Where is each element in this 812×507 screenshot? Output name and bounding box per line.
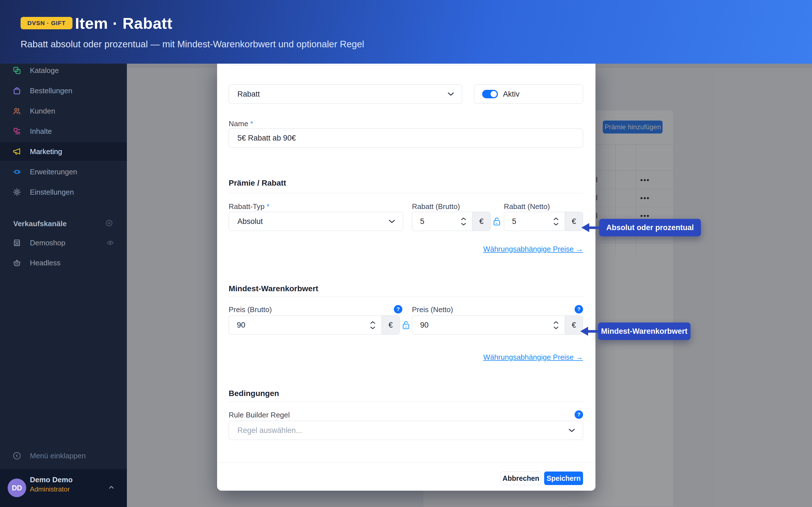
sidebar-item-label: Einstellungen: [30, 188, 74, 196]
typ-select[interactable]: Rabatt: [229, 84, 462, 104]
help-icon[interactable]: ?: [394, 305, 402, 314]
gear-icon: [13, 188, 21, 196]
rabatt-brutto-input[interactable]: 5 €: [412, 212, 491, 231]
chevron-down-icon: [389, 219, 395, 223]
user-role: Administrator: [30, 485, 70, 493]
section-divider: [229, 402, 583, 402]
sidebar-item-label: Headless: [30, 259, 60, 267]
rabatt-netto-input[interactable]: 5 €: [504, 212, 583, 231]
sidebar: Kataloge Bestellungen Kunden Inhalte: [0, 64, 127, 507]
stepper-up-icon: [553, 321, 559, 324]
sidebar-item-label: Demoshop: [30, 238, 65, 247]
collapse-chevron-icon: [13, 452, 21, 460]
rule-builder-label: Rule Builder Regel: [229, 411, 290, 419]
avatar: DD: [8, 478, 26, 497]
section-heading-bedingungen: Bedingungen: [229, 389, 279, 398]
active-toggle-box[interactable]: Aktiv: [474, 84, 583, 104]
rabatt-brutto-value: 5: [420, 217, 424, 226]
preis-netto-value: 90: [420, 321, 428, 330]
sidebar-item-inhalte[interactable]: Inhalte: [0, 122, 127, 140]
name-label: Name *: [229, 119, 253, 128]
sidebar-item-kataloge[interactable]: Kataloge: [0, 61, 127, 80]
stepper-up-icon: [553, 217, 559, 220]
chevron-up-icon[interactable]: [108, 484, 115, 491]
sidebar-item-marketing[interactable]: Marketing: [0, 142, 127, 161]
number-stepper[interactable]: [370, 316, 376, 334]
user-name: Demo Demo: [30, 475, 73, 484]
currency-prices-link[interactable]: Währungsabhängige Preise →: [483, 353, 583, 362]
required-mark: *: [250, 119, 253, 128]
sidebar-item-label: Marketing: [30, 147, 62, 156]
sidebar-item-label: Bestellungen: [30, 87, 72, 95]
collapse-menu-button[interactable]: Menü einklappen: [0, 446, 127, 465]
help-icon[interactable]: ?: [574, 410, 583, 419]
stepper-up-icon: [370, 321, 375, 324]
rule-select[interactable]: Regel auswählen...: [229, 421, 583, 440]
lock-icon[interactable]: [402, 321, 410, 330]
chevron-down-icon: [569, 429, 575, 432]
page-subtitle: Rabatt absolut oder prozentual — mit Min…: [20, 39, 364, 50]
visibility-eye-icon[interactable]: [107, 239, 114, 246]
callout-arrow: [589, 226, 599, 229]
rabatt-netto-label: Rabatt (Netto): [504, 202, 550, 211]
toggle-knob: [491, 91, 497, 97]
add-sales-channel-icon[interactable]: [105, 219, 113, 227]
sidebar-item-label: Kataloge: [30, 66, 59, 75]
cancel-button[interactable]: Abbrechen: [501, 471, 541, 485]
preis-brutto-input[interactable]: 90 €: [229, 316, 400, 335]
active-toggle[interactable]: [482, 90, 498, 98]
sales-channels-heading: Verkaufskanäle: [13, 219, 66, 228]
callout-arrowhead-icon: [581, 223, 589, 232]
callout-discount-type: Absolut oder prozentual: [599, 219, 701, 236]
plug-icon: [13, 168, 21, 176]
currency-suffix: €: [472, 212, 490, 231]
megaphone-icon: [13, 147, 21, 156]
rabatt-typ-value: Absolut: [238, 217, 263, 226]
lock-icon[interactable]: [493, 217, 500, 226]
customers-icon: [13, 107, 21, 115]
user-menu[interactable]: DD Demo Demo Administrator: [0, 469, 127, 507]
catalogues-icon: [13, 66, 21, 75]
callout-arrowhead-icon: [580, 327, 588, 336]
sidebar-item-einstellungen[interactable]: Einstellungen: [0, 183, 127, 202]
save-button[interactable]: Speichern: [544, 471, 583, 485]
stepper-up-icon: [461, 217, 466, 220]
currency-suffix: €: [382, 316, 400, 334]
number-stepper[interactable]: [460, 212, 467, 231]
typ-select-value: Rabatt: [238, 90, 260, 99]
storefront-icon: [13, 238, 21, 247]
rabatt-netto-value: 5: [512, 217, 516, 226]
callout-min-cart: Mindest-Warenkorbwert: [598, 323, 691, 340]
sidebar-item-kunden[interactable]: Kunden: [0, 102, 127, 120]
number-stepper[interactable]: [553, 212, 559, 231]
preis-netto-input[interactable]: 90 €: [412, 316, 583, 335]
name-input[interactable]: 5€ Rabatt ab 90€: [229, 128, 583, 148]
stepper-down-icon: [461, 223, 466, 226]
currency-prices-link[interactable]: Währungsabhängige Preise →: [483, 245, 583, 253]
sidebar-item-demoshop[interactable]: Demoshop: [0, 233, 127, 252]
help-icon[interactable]: ?: [574, 305, 583, 314]
preis-brutto-value: 90: [237, 321, 245, 330]
stepper-down-icon: [553, 223, 559, 226]
active-toggle-label: Aktiv: [503, 90, 520, 99]
footer-divider: [217, 462, 596, 463]
chevron-down-icon: [448, 92, 454, 96]
rabatt-typ-select[interactable]: Absolut: [229, 212, 403, 231]
section-heading-praemie: Prämie / Rabatt: [229, 179, 286, 187]
sidebar-item-erweiterungen[interactable]: Erweiterungen: [0, 163, 127, 181]
rabatt-brutto-label: Rabatt (Brutto): [412, 202, 460, 211]
section-divider: [229, 65, 583, 66]
stepper-down-icon: [553, 327, 559, 329]
shopping-bag-icon: [13, 87, 21, 95]
preis-brutto-label: Preis (Brutto): [229, 305, 272, 314]
stepper-down-icon: [370, 327, 375, 329]
content-icon: [13, 127, 21, 135]
section-divider: [229, 193, 583, 193]
sidebar-item-label: Inhalte: [30, 127, 52, 136]
rabatt-typ-label: Rabatt-Typ *: [229, 202, 269, 211]
sidebar-item-headless[interactable]: Headless: [0, 253, 127, 272]
sidebar-item-bestellungen[interactable]: Bestellungen: [0, 81, 127, 100]
sidebar-item-label: Erweiterungen: [30, 168, 77, 176]
collapse-menu-label: Menü einklappen: [30, 452, 86, 460]
number-stepper[interactable]: [553, 316, 559, 334]
